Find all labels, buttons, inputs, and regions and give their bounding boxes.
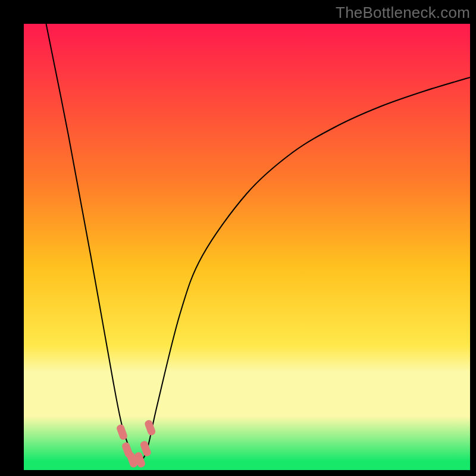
curve-marker bbox=[115, 424, 128, 441]
chart-plot-area bbox=[24, 24, 470, 470]
bottleneck-curve bbox=[46, 24, 471, 462]
curve-marker bbox=[144, 419, 156, 436]
chart-frame: TheBottleneck.com bbox=[0, 0, 476, 476]
chart-svg bbox=[24, 24, 470, 470]
watermark-text: TheBottleneck.com bbox=[336, 4, 470, 22]
